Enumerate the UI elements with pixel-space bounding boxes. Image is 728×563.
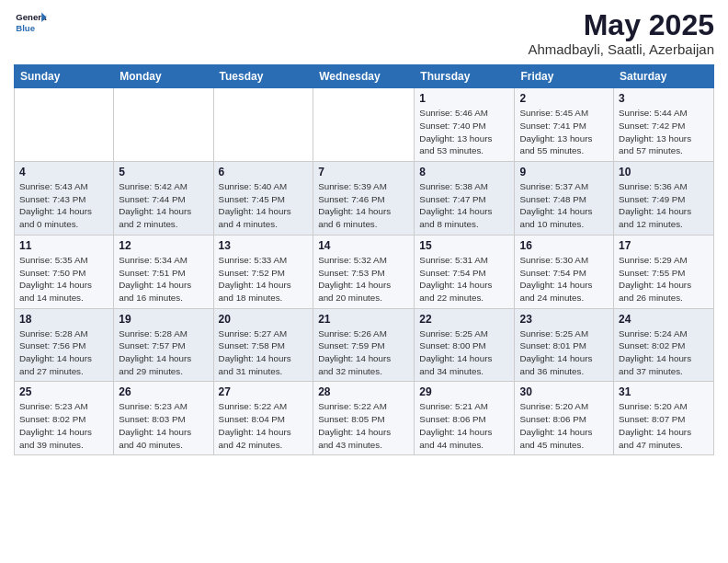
day-info: Sunrise: 5:29 AM Sunset: 7:55 PM Dayligh… xyxy=(619,254,709,304)
table-row: 4Sunrise: 5:43 AM Sunset: 7:43 PM Daylig… xyxy=(15,162,114,236)
day-info: Sunrise: 5:37 AM Sunset: 7:48 PM Dayligh… xyxy=(519,180,609,231)
day-number: 17 xyxy=(619,239,709,252)
col-thursday: Thursday xyxy=(415,65,515,88)
day-info: Sunrise: 5:24 AM Sunset: 8:02 PM Dayligh… xyxy=(619,327,709,378)
table-row: 23Sunrise: 5:25 AM Sunset: 8:01 PM Dayli… xyxy=(515,308,614,382)
sub-title: Ahmadbayli, Saatli, Azerbaijan xyxy=(528,41,714,57)
day-number: 1 xyxy=(419,92,509,105)
table-row: 10Sunrise: 5:36 AM Sunset: 7:49 PM Dayli… xyxy=(614,162,714,236)
day-number: 3 xyxy=(619,92,709,105)
day-number: 6 xyxy=(219,166,309,178)
table-row: 2Sunrise: 5:45 AM Sunset: 7:41 PM Daylig… xyxy=(515,88,614,162)
day-number: 28 xyxy=(318,385,409,398)
svg-text:Blue: Blue xyxy=(16,23,35,33)
table-row: 22Sunrise: 5:25 AM Sunset: 8:00 PM Dayli… xyxy=(415,308,515,382)
day-number: 21 xyxy=(318,313,409,326)
table-row xyxy=(15,88,114,162)
calendar-week-row: 4Sunrise: 5:43 AM Sunset: 7:43 PM Daylig… xyxy=(15,162,714,236)
day-info: Sunrise: 5:44 AM Sunset: 7:42 PM Dayligh… xyxy=(619,107,709,157)
calendar-table: Sunday Monday Tuesday Wednesday Thursday… xyxy=(14,64,714,455)
day-info: Sunrise: 5:31 AM Sunset: 7:54 PM Dayligh… xyxy=(419,254,509,304)
logo-icon: General Blue xyxy=(14,9,47,35)
col-monday: Monday xyxy=(114,65,213,88)
table-row: 12Sunrise: 5:34 AM Sunset: 7:51 PM Dayli… xyxy=(114,235,213,308)
table-row: 13Sunrise: 5:33 AM Sunset: 7:52 PM Dayli… xyxy=(213,235,313,308)
day-number: 9 xyxy=(519,166,609,178)
day-number: 20 xyxy=(219,313,309,326)
day-info: Sunrise: 5:36 AM Sunset: 7:49 PM Dayligh… xyxy=(619,180,709,231)
table-row: 17Sunrise: 5:29 AM Sunset: 7:55 PM Dayli… xyxy=(614,235,714,308)
day-number: 13 xyxy=(219,239,309,252)
day-number: 19 xyxy=(119,313,208,326)
table-row xyxy=(313,88,415,162)
day-number: 18 xyxy=(19,313,108,326)
calendar-week-row: 18Sunrise: 5:28 AM Sunset: 7:56 PM Dayli… xyxy=(15,308,714,382)
day-number: 10 xyxy=(619,166,709,178)
day-number: 23 xyxy=(519,313,609,326)
day-info: Sunrise: 5:25 AM Sunset: 8:00 PM Dayligh… xyxy=(419,327,509,378)
day-number: 16 xyxy=(519,239,609,252)
day-info: Sunrise: 5:25 AM Sunset: 8:01 PM Dayligh… xyxy=(519,327,609,378)
day-number: 31 xyxy=(619,385,709,398)
table-row: 3Sunrise: 5:44 AM Sunset: 7:42 PM Daylig… xyxy=(614,88,714,162)
day-info: Sunrise: 5:28 AM Sunset: 7:56 PM Dayligh… xyxy=(19,327,108,378)
header: General Blue May 2025 Ahmadbayli, Saatli… xyxy=(14,9,714,57)
logo: General Blue xyxy=(14,9,47,35)
table-row: 1Sunrise: 5:46 AM Sunset: 7:40 PM Daylig… xyxy=(415,88,515,162)
day-info: Sunrise: 5:38 AM Sunset: 7:47 PM Dayligh… xyxy=(419,180,509,231)
table-row: 21Sunrise: 5:26 AM Sunset: 7:59 PM Dayli… xyxy=(313,308,415,382)
day-info: Sunrise: 5:26 AM Sunset: 7:59 PM Dayligh… xyxy=(318,327,409,378)
col-sunday: Sunday xyxy=(15,65,114,88)
table-row: 7Sunrise: 5:39 AM Sunset: 7:46 PM Daylig… xyxy=(313,162,415,236)
day-number: 4 xyxy=(19,166,108,178)
table-row: 15Sunrise: 5:31 AM Sunset: 7:54 PM Dayli… xyxy=(415,235,515,308)
table-row: 27Sunrise: 5:22 AM Sunset: 8:04 PM Dayli… xyxy=(213,382,313,455)
page: General Blue May 2025 Ahmadbayli, Saatli… xyxy=(0,0,728,563)
day-number: 24 xyxy=(619,313,709,326)
day-info: Sunrise: 5:22 AM Sunset: 8:04 PM Dayligh… xyxy=(219,400,309,451)
col-tuesday: Tuesday xyxy=(213,65,313,88)
table-row: 24Sunrise: 5:24 AM Sunset: 8:02 PM Dayli… xyxy=(614,308,714,382)
main-title: May 2025 xyxy=(528,9,714,41)
calendar-week-row: 25Sunrise: 5:23 AM Sunset: 8:02 PM Dayli… xyxy=(15,382,714,455)
col-wednesday: Wednesday xyxy=(313,65,415,88)
day-number: 29 xyxy=(419,385,509,398)
col-saturday: Saturday xyxy=(614,65,714,88)
day-info: Sunrise: 5:22 AM Sunset: 8:05 PM Dayligh… xyxy=(318,400,409,451)
table-row: 31Sunrise: 5:20 AM Sunset: 8:07 PM Dayli… xyxy=(614,382,714,455)
col-friday: Friday xyxy=(515,65,614,88)
table-row: 29Sunrise: 5:21 AM Sunset: 8:06 PM Dayli… xyxy=(415,382,515,455)
day-number: 2 xyxy=(519,92,609,105)
day-number: 11 xyxy=(19,239,108,252)
table-row: 18Sunrise: 5:28 AM Sunset: 7:56 PM Dayli… xyxy=(15,308,114,382)
day-number: 25 xyxy=(19,385,108,398)
table-row: 14Sunrise: 5:32 AM Sunset: 7:53 PM Dayli… xyxy=(313,235,415,308)
table-row xyxy=(213,88,313,162)
day-info: Sunrise: 5:35 AM Sunset: 7:50 PM Dayligh… xyxy=(19,254,108,304)
title-block: May 2025 Ahmadbayli, Saatli, Azerbaijan xyxy=(528,9,714,57)
day-info: Sunrise: 5:30 AM Sunset: 7:54 PM Dayligh… xyxy=(519,254,609,304)
day-number: 15 xyxy=(419,239,509,252)
table-row: 19Sunrise: 5:28 AM Sunset: 7:57 PM Dayli… xyxy=(114,308,213,382)
day-number: 8 xyxy=(419,166,509,178)
day-info: Sunrise: 5:21 AM Sunset: 8:06 PM Dayligh… xyxy=(419,400,509,451)
day-number: 26 xyxy=(119,385,208,398)
day-info: Sunrise: 5:33 AM Sunset: 7:52 PM Dayligh… xyxy=(219,254,309,304)
table-row: 28Sunrise: 5:22 AM Sunset: 8:05 PM Dayli… xyxy=(313,382,415,455)
table-row: 5Sunrise: 5:42 AM Sunset: 7:44 PM Daylig… xyxy=(114,162,213,236)
calendar-header-row: Sunday Monday Tuesday Wednesday Thursday… xyxy=(15,65,714,88)
day-info: Sunrise: 5:23 AM Sunset: 8:02 PM Dayligh… xyxy=(19,400,108,451)
table-row: 16Sunrise: 5:30 AM Sunset: 7:54 PM Dayli… xyxy=(515,235,614,308)
day-info: Sunrise: 5:28 AM Sunset: 7:57 PM Dayligh… xyxy=(119,327,208,378)
day-info: Sunrise: 5:40 AM Sunset: 7:45 PM Dayligh… xyxy=(219,180,309,231)
day-info: Sunrise: 5:20 AM Sunset: 8:06 PM Dayligh… xyxy=(519,400,609,451)
table-row: 25Sunrise: 5:23 AM Sunset: 8:02 PM Dayli… xyxy=(15,382,114,455)
calendar-week-row: 11Sunrise: 5:35 AM Sunset: 7:50 PM Dayli… xyxy=(15,235,714,308)
day-number: 14 xyxy=(318,239,409,252)
day-number: 7 xyxy=(318,166,409,178)
calendar-week-row: 1Sunrise: 5:46 AM Sunset: 7:40 PM Daylig… xyxy=(15,88,714,162)
day-number: 30 xyxy=(519,385,609,398)
day-info: Sunrise: 5:39 AM Sunset: 7:46 PM Dayligh… xyxy=(318,180,409,231)
day-number: 27 xyxy=(219,385,309,398)
day-info: Sunrise: 5:45 AM Sunset: 7:41 PM Dayligh… xyxy=(519,107,609,157)
